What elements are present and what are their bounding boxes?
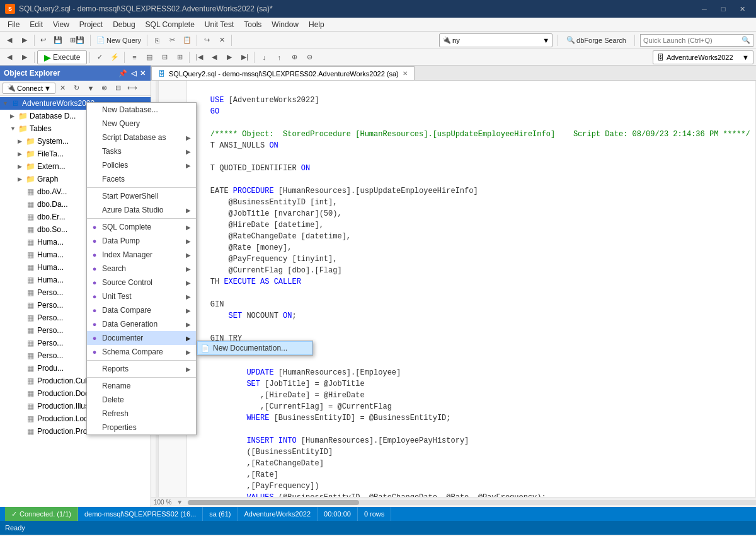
- db-search-button[interactable]: 🔍 dbForge Search: [563, 33, 629, 47]
- ctx-azure-data-studio[interactable]: Azure Data Studio ▶: [87, 203, 196, 217]
- toggle[interactable]: ▶: [18, 176, 25, 182]
- menu-project[interactable]: Project: [74, 18, 108, 32]
- oe-refresh-button[interactable]: ↻: [71, 83, 83, 94]
- results-btn2[interactable]: ▤: [142, 50, 156, 64]
- oe-close-button[interactable]: ✕: [139, 69, 147, 78]
- ctx-documenter[interactable]: ● Documenter ▶: [87, 331, 196, 345]
- toggle[interactable]: ▶: [18, 138, 25, 144]
- ctx-arrow: ▶: [186, 265, 191, 272]
- menu-sql-complete[interactable]: SQL Complete: [140, 18, 200, 32]
- menu-debug[interactable]: Debug: [108, 18, 140, 32]
- ctx-data-compare[interactable]: ● Data Compare ▶: [87, 303, 196, 317]
- oe-sync-button[interactable]: ⟷: [126, 83, 139, 94]
- oe-disconnect-button[interactable]: ✕: [57, 83, 69, 94]
- ctx-data-generation[interactable]: ● Data Generation ▶: [87, 317, 196, 331]
- code-editor[interactable]: USE [AdventureWorks2022] GO /***** Objec…: [187, 81, 755, 497]
- code-line: @BusinessEntityID [int],: [192, 197, 750, 208]
- results-btn4[interactable]: ⊞: [173, 50, 186, 64]
- check-btn[interactable]: ✓: [93, 50, 106, 64]
- ctx-properties[interactable]: Properties: [87, 421, 196, 434]
- ctx-script-database[interactable]: Script Database as ▶: [87, 131, 196, 144]
- menu-unit-test[interactable]: Unit Test: [200, 18, 239, 32]
- server-toggle[interactable]: ▼: [3, 100, 10, 107]
- menu-help[interactable]: Help: [304, 18, 329, 32]
- menu-tools[interactable]: Tools: [239, 18, 266, 32]
- cut-button[interactable]: ✂: [165, 33, 179, 47]
- menu-view[interactable]: View: [48, 18, 74, 32]
- ctx-sql-complete[interactable]: ● SQL Complete ▶: [87, 220, 196, 234]
- toggle[interactable]: ▼: [10, 125, 18, 132]
- ctx-facets[interactable]: Facets: [87, 172, 196, 186]
- new-query-button[interactable]: 📄 New Query: [93, 33, 144, 47]
- menu-file[interactable]: File: [3, 18, 25, 32]
- oe-collapse-button[interactable]: ⊟: [112, 83, 125, 94]
- oe-filter-clear-button[interactable]: ⊗: [98, 83, 111, 94]
- ctx-search[interactable]: ● Search ▶: [87, 262, 196, 276]
- ctx-start-powershell[interactable]: Start PowerShell: [87, 189, 196, 203]
- ctx-refresh[interactable]: Refresh: [87, 407, 196, 421]
- save-button[interactable]: 💾: [50, 33, 66, 47]
- ctx-delete[interactable]: Delete: [87, 393, 196, 407]
- close-button[interactable]: ✕: [733, 3, 751, 15]
- back-button[interactable]: ◀: [3, 33, 16, 47]
- ctx-schema-compare[interactable]: ● Schema Compare ▶: [87, 345, 196, 359]
- quick-launch-input[interactable]: [643, 37, 739, 44]
- oe-pin-button[interactable]: 📌: [117, 69, 129, 78]
- ctx-reports[interactable]: Reports ▶: [87, 362, 196, 376]
- ctx-source-control[interactable]: ● Source Control ▶: [87, 276, 196, 289]
- ctx-rename[interactable]: Rename: [87, 379, 196, 393]
- toggle[interactable]: ▶: [18, 151, 25, 157]
- minimize-button[interactable]: ─: [696, 3, 713, 15]
- maximize-button[interactable]: □: [714, 3, 732, 15]
- nav-btn4[interactable]: ▶|: [238, 50, 251, 64]
- toolbar2-btn2[interactable]: ▶: [18, 50, 32, 64]
- extra-btn2[interactable]: ↑: [272, 50, 286, 64]
- database-dropdown[interactable]: 🗄 AdventureWorks2022 ▼: [653, 50, 753, 64]
- ctx-new-database[interactable]: New Database...: [87, 103, 196, 117]
- ctx-tasks[interactable]: Tasks ▶: [87, 144, 196, 158]
- toolbar2-btn1[interactable]: ◀: [3, 50, 16, 64]
- connect-button[interactable]: 🔌 Connect ▼: [3, 83, 55, 94]
- parse-btn[interactable]: ⚡: [108, 50, 122, 64]
- ctx-policies[interactable]: Policies ▶: [87, 158, 196, 172]
- extra-btn3[interactable]: ⊕: [287, 50, 301, 64]
- code-line: ([BusinessEntityID]: [192, 446, 750, 458]
- ctx-index-manager[interactable]: ● Index Manager ▶: [87, 248, 196, 262]
- toggle[interactable]: ▶: [10, 113, 18, 119]
- undo-button[interactable]: ↩: [37, 33, 49, 47]
- menu-window[interactable]: Window: [266, 18, 304, 32]
- copy-button[interactable]: ⎘: [150, 33, 164, 47]
- execute-button[interactable]: ▶ Execute: [37, 50, 87, 64]
- ctx-arrow: ▶: [186, 307, 191, 314]
- paste-button[interactable]: 📋: [180, 33, 194, 47]
- ctx-data-pump[interactable]: ● Data Pump ▶: [87, 234, 196, 248]
- oe-auto-hide-button[interactable]: ◁: [130, 69, 137, 78]
- quick-launch-bar[interactable]: 🔍: [640, 34, 753, 47]
- toolbar2-sep1: [34, 52, 35, 63]
- oe-filter-button[interactable]: ▼: [84, 83, 97, 94]
- tab-close-button[interactable]: ✕: [403, 70, 408, 77]
- redo-button[interactable]: ↪: [200, 33, 214, 47]
- toggle[interactable]: ▶: [18, 163, 25, 170]
- results-btn1[interactable]: ≡: [127, 50, 141, 64]
- main-toolbar: ◀ ▶ ↩ 💾 ⊞💾 📄 New Query ⎘ ✂ 📋 ↪ ✕ 🔌 ny ▼ …: [0, 32, 756, 49]
- save-all-button[interactable]: ⊞💾: [67, 33, 88, 47]
- ctx-new-query[interactable]: New Query: [87, 117, 196, 131]
- forward-button[interactable]: ▶: [18, 33, 32, 47]
- ctx-unit-test[interactable]: ● Unit Test ▶: [87, 289, 196, 303]
- code-line: [192, 288, 750, 299]
- results-btn3[interactable]: ⊟: [158, 50, 171, 64]
- sub-new-documentation[interactable]: 📄 New Documentation...: [197, 341, 312, 355]
- nav-btn2[interactable]: ◀: [207, 50, 221, 64]
- connection-dropdown[interactable]: 🔌 ny ▼: [439, 33, 553, 47]
- extra-btn4[interactable]: ⊖: [302, 50, 316, 64]
- menu-edit[interactable]: Edit: [25, 18, 48, 32]
- extra-btn1[interactable]: ↓: [257, 50, 271, 64]
- nav-btn3[interactable]: ▶: [222, 50, 236, 64]
- cancel-button[interactable]: ✕: [215, 33, 229, 47]
- title-bar: S SQLQuery2.sql - demo-mssql\SQLEXPRESS0…: [0, 0, 756, 18]
- editor-tab-sqlquery2[interactable]: 🗄 SQLQuery2.sql - demo-mssql\SQLEXPRESS0…: [151, 66, 415, 80]
- nav-btn1[interactable]: |◀: [192, 50, 206, 64]
- zoom-dropdown[interactable]: ▼: [176, 499, 183, 506]
- code-line: @PayFrequency [tinyint],: [192, 253, 750, 265]
